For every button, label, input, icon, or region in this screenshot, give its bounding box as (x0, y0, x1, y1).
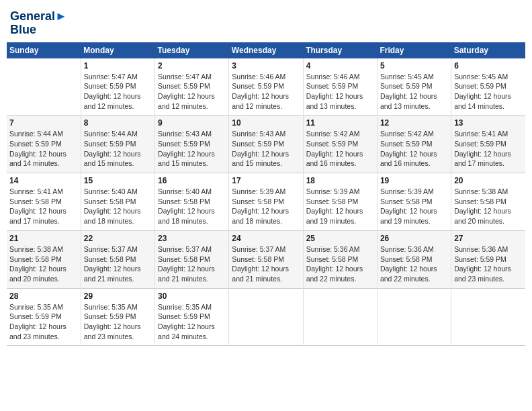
calendar-cell: 8Sunrise: 5:44 AM Sunset: 5:59 PM Daylig… (81, 116, 154, 173)
day-number: 14 (9, 176, 78, 185)
day-number: 23 (158, 234, 226, 243)
day-number: 21 (9, 234, 78, 243)
calendar-table: SundayMondayTuesdayWednesdayThursdayFrid… (7, 42, 525, 347)
day-number: 11 (306, 118, 374, 128)
day-number: 20 (454, 176, 523, 185)
day-number: 25 (306, 234, 374, 243)
calendar-cell: 15Sunrise: 5:40 AM Sunset: 5:58 PM Dayli… (81, 173, 154, 231)
calendar-cell: 17Sunrise: 5:39 AM Sunset: 5:58 PM Dayli… (229, 173, 303, 231)
day-info: Sunrise: 5:44 AM Sunset: 5:59 PM Dayligh… (84, 129, 152, 169)
day-number: 6 (454, 61, 523, 71)
day-number: 24 (232, 234, 300, 243)
day-info: Sunrise: 5:43 AM Sunset: 5:59 PM Dayligh… (158, 129, 226, 169)
day-number: 9 (158, 118, 226, 128)
day-number: 30 (158, 291, 226, 301)
calendar-cell: 13Sunrise: 5:41 AM Sunset: 5:59 PM Dayli… (451, 116, 525, 173)
day-number: 27 (454, 234, 523, 243)
day-info: Sunrise: 5:45 AM Sunset: 5:59 PM Dayligh… (454, 72, 523, 111)
column-header-monday: Monday (81, 42, 154, 58)
day-info: Sunrise: 5:46 AM Sunset: 5:59 PM Dayligh… (306, 72, 374, 111)
day-number: 22 (84, 234, 152, 243)
calendar-cell (303, 288, 377, 346)
day-info: Sunrise: 5:37 AM Sunset: 5:58 PM Dayligh… (232, 244, 300, 284)
logo: General►Blue (10, 10, 67, 37)
calendar-cell: 3Sunrise: 5:46 AM Sunset: 5:59 PM Daylig… (229, 58, 303, 116)
day-info: Sunrise: 5:43 AM Sunset: 5:59 PM Dayligh… (232, 129, 300, 169)
day-info: Sunrise: 5:40 AM Sunset: 5:58 PM Dayligh… (158, 187, 226, 226)
calendar-cell (377, 288, 451, 346)
day-info: Sunrise: 5:39 AM Sunset: 5:58 PM Dayligh… (380, 187, 448, 226)
day-number: 17 (232, 176, 300, 185)
week-row-4: 21Sunrise: 5:38 AM Sunset: 5:58 PM Dayli… (7, 230, 525, 288)
day-info: Sunrise: 5:36 AM Sunset: 5:58 PM Dayligh… (306, 244, 374, 284)
calendar-cell: 2Sunrise: 5:47 AM Sunset: 5:59 PM Daylig… (155, 58, 229, 116)
day-info: Sunrise: 5:41 AM Sunset: 5:58 PM Dayligh… (9, 187, 78, 226)
day-number: 26 (380, 234, 448, 243)
day-number: 8 (84, 118, 152, 128)
calendar-cell: 10Sunrise: 5:43 AM Sunset: 5:59 PM Dayli… (229, 116, 303, 173)
calendar-cell (229, 288, 303, 346)
day-number: 18 (306, 176, 374, 185)
day-number: 4 (306, 61, 374, 71)
day-info: Sunrise: 5:38 AM Sunset: 5:58 PM Dayligh… (9, 244, 78, 284)
column-header-tuesday: Tuesday (155, 42, 229, 58)
calendar-cell: 28Sunrise: 5:35 AM Sunset: 5:59 PM Dayli… (7, 288, 81, 346)
calendar-cell: 12Sunrise: 5:42 AM Sunset: 5:59 PM Dayli… (377, 116, 451, 173)
calendar-cell: 29Sunrise: 5:35 AM Sunset: 5:59 PM Dayli… (81, 288, 154, 346)
day-info: Sunrise: 5:37 AM Sunset: 5:58 PM Dayligh… (84, 244, 152, 284)
column-header-wednesday: Wednesday (229, 42, 303, 58)
page-header: General►Blue (7, 7, 525, 37)
day-info: Sunrise: 5:41 AM Sunset: 5:59 PM Dayligh… (454, 129, 523, 169)
day-number: 15 (84, 176, 152, 185)
calendar-cell: 24Sunrise: 5:37 AM Sunset: 5:58 PM Dayli… (229, 230, 303, 288)
calendar-cell: 19Sunrise: 5:39 AM Sunset: 5:58 PM Dayli… (377, 173, 451, 231)
day-number: 12 (380, 118, 448, 128)
column-header-thursday: Thursday (303, 42, 377, 58)
day-number: 29 (84, 291, 152, 301)
day-info: Sunrise: 5:38 AM Sunset: 5:58 PM Dayligh… (454, 187, 523, 226)
calendar-cell: 27Sunrise: 5:36 AM Sunset: 5:59 PM Dayli… (451, 230, 525, 288)
day-number: 5 (380, 61, 448, 71)
day-number: 28 (9, 291, 78, 301)
week-row-2: 7Sunrise: 5:44 AM Sunset: 5:59 PM Daylig… (7, 116, 525, 173)
day-info: Sunrise: 5:42 AM Sunset: 5:59 PM Dayligh… (380, 129, 448, 169)
day-info: Sunrise: 5:35 AM Sunset: 5:59 PM Dayligh… (84, 302, 152, 342)
column-header-saturday: Saturday (451, 42, 525, 58)
day-info: Sunrise: 5:47 AM Sunset: 5:59 PM Dayligh… (158, 72, 226, 111)
day-number: 1 (84, 61, 152, 71)
calendar-cell: 4Sunrise: 5:46 AM Sunset: 5:59 PM Daylig… (303, 58, 377, 116)
day-number: 2 (158, 61, 226, 71)
calendar-cell (7, 58, 81, 116)
calendar-cell: 14Sunrise: 5:41 AM Sunset: 5:58 PM Dayli… (7, 173, 81, 231)
day-info: Sunrise: 5:40 AM Sunset: 5:58 PM Dayligh… (84, 187, 152, 226)
calendar-cell: 20Sunrise: 5:38 AM Sunset: 5:58 PM Dayli… (451, 173, 525, 231)
day-info: Sunrise: 5:35 AM Sunset: 5:59 PM Dayligh… (9, 302, 78, 342)
day-number: 10 (232, 118, 300, 128)
logo-text: General►Blue (10, 10, 67, 37)
calendar-cell: 5Sunrise: 5:45 AM Sunset: 5:59 PM Daylig… (377, 58, 451, 116)
day-info: Sunrise: 5:44 AM Sunset: 5:59 PM Dayligh… (9, 129, 78, 169)
column-header-sunday: Sunday (7, 42, 81, 58)
day-number: 13 (454, 118, 523, 128)
calendar-cell: 30Sunrise: 5:35 AM Sunset: 5:59 PM Dayli… (155, 288, 229, 346)
day-info: Sunrise: 5:39 AM Sunset: 5:58 PM Dayligh… (306, 187, 374, 226)
day-info: Sunrise: 5:35 AM Sunset: 5:59 PM Dayligh… (158, 302, 226, 342)
calendar-cell: 23Sunrise: 5:37 AM Sunset: 5:58 PM Dayli… (155, 230, 229, 288)
column-header-friday: Friday (377, 42, 451, 58)
day-info: Sunrise: 5:36 AM Sunset: 5:58 PM Dayligh… (380, 244, 448, 284)
calendar-cell: 1Sunrise: 5:47 AM Sunset: 5:59 PM Daylig… (81, 58, 154, 116)
day-number: 19 (380, 176, 448, 185)
calendar-cell: 9Sunrise: 5:43 AM Sunset: 5:59 PM Daylig… (155, 116, 229, 173)
calendar-cell: 11Sunrise: 5:42 AM Sunset: 5:59 PM Dayli… (303, 116, 377, 173)
calendar-cell: 6Sunrise: 5:45 AM Sunset: 5:59 PM Daylig… (451, 58, 525, 116)
calendar-cell: 21Sunrise: 5:38 AM Sunset: 5:58 PM Dayli… (7, 230, 81, 288)
calendar-cell: 26Sunrise: 5:36 AM Sunset: 5:58 PM Dayli… (377, 230, 451, 288)
day-info: Sunrise: 5:36 AM Sunset: 5:59 PM Dayligh… (454, 244, 523, 284)
calendar-cell: 16Sunrise: 5:40 AM Sunset: 5:58 PM Dayli… (155, 173, 229, 231)
day-info: Sunrise: 5:42 AM Sunset: 5:59 PM Dayligh… (306, 129, 374, 169)
calendar-cell: 7Sunrise: 5:44 AM Sunset: 5:59 PM Daylig… (7, 116, 81, 173)
day-number: 3 (232, 61, 300, 71)
calendar-cell: 22Sunrise: 5:37 AM Sunset: 5:58 PM Dayli… (81, 230, 154, 288)
calendar-cell: 25Sunrise: 5:36 AM Sunset: 5:58 PM Dayli… (303, 230, 377, 288)
week-row-5: 28Sunrise: 5:35 AM Sunset: 5:59 PM Dayli… (7, 288, 525, 346)
